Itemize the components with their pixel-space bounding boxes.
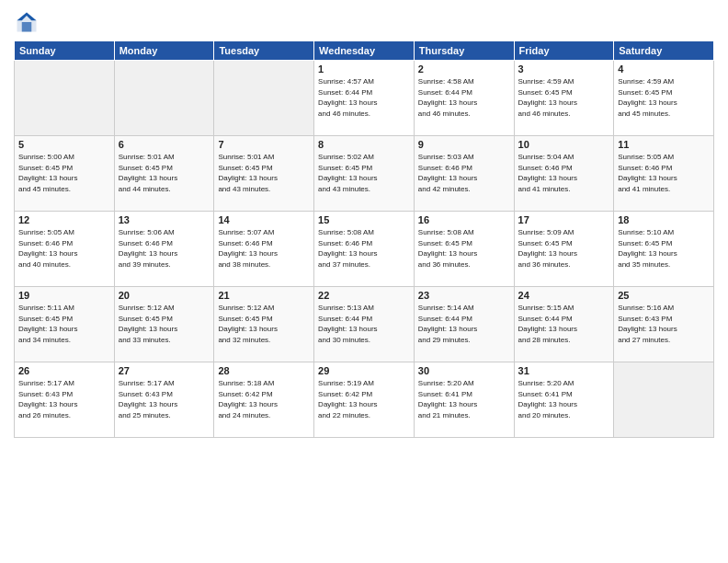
- day-cell: 14Sunrise: 5:07 AM Sunset: 6:46 PM Dayli…: [214, 212, 314, 287]
- day-cell: [614, 362, 714, 438]
- day-cell: 7Sunrise: 5:01 AM Sunset: 6:45 PM Daylig…: [214, 136, 314, 212]
- day-info: Sunrise: 5:12 AM Sunset: 6:45 PM Dayligh…: [218, 303, 310, 345]
- col-header-saturday: Saturday: [614, 41, 714, 61]
- svg-rect-2: [22, 22, 32, 32]
- day-cell: [214, 61, 314, 136]
- day-info: Sunrise: 5:08 AM Sunset: 6:46 PM Dayligh…: [318, 227, 410, 270]
- day-info: Sunrise: 4:58 AM Sunset: 6:44 PM Dayligh…: [418, 76, 510, 119]
- day-info: Sunrise: 5:01 AM Sunset: 6:45 PM Dayligh…: [218, 152, 310, 194]
- day-cell: 19Sunrise: 5:11 AM Sunset: 6:45 PM Dayli…: [15, 287, 115, 362]
- day-info: Sunrise: 5:10 AM Sunset: 6:45 PM Dayligh…: [618, 227, 710, 270]
- day-cell: [114, 61, 214, 136]
- day-info: Sunrise: 5:00 AM Sunset: 6:45 PM Dayligh…: [18, 152, 110, 194]
- day-cell: 13Sunrise: 5:06 AM Sunset: 6:46 PM Dayli…: [114, 212, 214, 287]
- day-cell: 15Sunrise: 5:08 AM Sunset: 6:46 PM Dayli…: [314, 212, 415, 287]
- day-cell: 9Sunrise: 5:03 AM Sunset: 6:46 PM Daylig…: [414, 136, 514, 212]
- day-number: 16: [418, 214, 510, 225]
- day-number: 3: [518, 63, 610, 75]
- day-number: 5: [18, 139, 110, 150]
- week-row-1: 1Sunrise: 4:57 AM Sunset: 6:44 PM Daylig…: [15, 61, 714, 136]
- logo: [14, 9, 43, 35]
- day-info: Sunrise: 5:03 AM Sunset: 6:46 PM Dayligh…: [418, 152, 510, 194]
- day-info: Sunrise: 5:11 AM Sunset: 6:45 PM Dayligh…: [18, 303, 110, 345]
- day-number: 31: [518, 365, 610, 376]
- day-info: Sunrise: 4:59 AM Sunset: 6:45 PM Dayligh…: [518, 76, 610, 119]
- day-cell: 6Sunrise: 5:01 AM Sunset: 6:45 PM Daylig…: [114, 136, 214, 212]
- day-info: Sunrise: 5:16 AM Sunset: 6:43 PM Dayligh…: [618, 303, 710, 345]
- day-info: Sunrise: 5:20 AM Sunset: 6:41 PM Dayligh…: [418, 378, 510, 420]
- col-header-monday: Monday: [114, 41, 214, 61]
- col-header-friday: Friday: [514, 41, 614, 61]
- day-number: 8: [318, 139, 410, 150]
- day-cell: 1Sunrise: 4:57 AM Sunset: 6:44 PM Daylig…: [314, 61, 415, 136]
- calendar-table: SundayMondayTuesdayWednesdayThursdayFrid…: [14, 40, 714, 438]
- day-info: Sunrise: 5:05 AM Sunset: 6:46 PM Dayligh…: [18, 227, 110, 270]
- day-number: 11: [618, 139, 710, 150]
- day-cell: 30Sunrise: 5:20 AM Sunset: 6:41 PM Dayli…: [414, 362, 514, 438]
- day-cell: 17Sunrise: 5:09 AM Sunset: 6:45 PM Dayli…: [514, 212, 614, 287]
- day-number: 17: [518, 214, 610, 225]
- day-info: Sunrise: 5:01 AM Sunset: 6:45 PM Dayligh…: [119, 152, 210, 194]
- week-row-5: 26Sunrise: 5:17 AM Sunset: 6:43 PM Dayli…: [15, 362, 714, 438]
- day-cell: 23Sunrise: 5:14 AM Sunset: 6:44 PM Dayli…: [414, 287, 514, 362]
- day-number: 19: [18, 290, 110, 301]
- day-number: 27: [119, 365, 210, 376]
- day-number: 4: [618, 63, 710, 75]
- day-info: Sunrise: 5:06 AM Sunset: 6:46 PM Dayligh…: [119, 227, 210, 270]
- day-info: Sunrise: 5:04 AM Sunset: 6:46 PM Dayligh…: [518, 152, 610, 194]
- day-cell: 26Sunrise: 5:17 AM Sunset: 6:43 PM Dayli…: [15, 362, 115, 438]
- header-row: SundayMondayTuesdayWednesdayThursdayFrid…: [15, 41, 714, 61]
- col-header-tuesday: Tuesday: [214, 41, 314, 61]
- day-number: 2: [418, 63, 510, 75]
- day-number: 12: [18, 214, 110, 225]
- day-cell: 16Sunrise: 5:08 AM Sunset: 6:45 PM Dayli…: [414, 212, 514, 287]
- day-number: 14: [218, 214, 310, 225]
- day-number: 29: [318, 365, 410, 376]
- day-cell: 2Sunrise: 4:58 AM Sunset: 6:44 PM Daylig…: [414, 61, 514, 136]
- day-number: 7: [218, 139, 310, 150]
- week-row-4: 19Sunrise: 5:11 AM Sunset: 6:45 PM Dayli…: [15, 287, 714, 362]
- day-cell: 18Sunrise: 5:10 AM Sunset: 6:45 PM Dayli…: [614, 212, 714, 287]
- day-info: Sunrise: 5:07 AM Sunset: 6:46 PM Dayligh…: [218, 227, 310, 270]
- day-info: Sunrise: 5:12 AM Sunset: 6:45 PM Dayligh…: [119, 303, 210, 345]
- day-number: 15: [318, 214, 410, 225]
- day-cell: 28Sunrise: 5:18 AM Sunset: 6:42 PM Dayli…: [214, 362, 314, 438]
- day-info: Sunrise: 4:57 AM Sunset: 6:44 PM Dayligh…: [318, 76, 410, 119]
- day-cell: [15, 61, 115, 136]
- day-number: 22: [318, 290, 410, 301]
- day-number: 23: [418, 290, 510, 301]
- day-number: 20: [119, 290, 210, 301]
- day-number: 6: [119, 139, 210, 150]
- day-cell: 20Sunrise: 5:12 AM Sunset: 6:45 PM Dayli…: [114, 287, 214, 362]
- day-info: Sunrise: 5:17 AM Sunset: 6:43 PM Dayligh…: [119, 378, 210, 420]
- day-cell: 12Sunrise: 5:05 AM Sunset: 6:46 PM Dayli…: [15, 212, 115, 287]
- day-number: 9: [418, 139, 510, 150]
- day-info: Sunrise: 5:17 AM Sunset: 6:43 PM Dayligh…: [18, 378, 110, 420]
- day-cell: 27Sunrise: 5:17 AM Sunset: 6:43 PM Dayli…: [114, 362, 214, 438]
- day-number: 21: [218, 290, 310, 301]
- day-number: 1: [318, 63, 410, 75]
- day-number: 26: [18, 365, 110, 376]
- day-cell: 10Sunrise: 5:04 AM Sunset: 6:46 PM Dayli…: [514, 136, 614, 212]
- header: [14, 9, 714, 35]
- day-number: 30: [418, 365, 510, 376]
- logo-icon: [14, 9, 40, 35]
- day-info: Sunrise: 5:13 AM Sunset: 6:44 PM Dayligh…: [318, 303, 410, 345]
- day-info: Sunrise: 5:18 AM Sunset: 6:42 PM Dayligh…: [218, 378, 310, 420]
- day-cell: 25Sunrise: 5:16 AM Sunset: 6:43 PM Dayli…: [614, 287, 714, 362]
- day-cell: 4Sunrise: 4:59 AM Sunset: 6:45 PM Daylig…: [614, 61, 714, 136]
- day-cell: 31Sunrise: 5:20 AM Sunset: 6:41 PM Dayli…: [514, 362, 614, 438]
- day-info: Sunrise: 5:20 AM Sunset: 6:41 PM Dayligh…: [518, 378, 610, 420]
- day-cell: 22Sunrise: 5:13 AM Sunset: 6:44 PM Dayli…: [314, 287, 415, 362]
- week-row-3: 12Sunrise: 5:05 AM Sunset: 6:46 PM Dayli…: [15, 212, 714, 287]
- day-info: Sunrise: 5:08 AM Sunset: 6:45 PM Dayligh…: [418, 227, 510, 270]
- day-cell: 8Sunrise: 5:02 AM Sunset: 6:45 PM Daylig…: [314, 136, 415, 212]
- day-number: 13: [119, 214, 210, 225]
- day-info: Sunrise: 5:09 AM Sunset: 6:45 PM Dayligh…: [518, 227, 610, 270]
- col-header-sunday: Sunday: [15, 41, 115, 61]
- day-number: 28: [218, 365, 310, 376]
- day-number: 24: [518, 290, 610, 301]
- day-number: 18: [618, 214, 710, 225]
- week-row-2: 5Sunrise: 5:00 AM Sunset: 6:45 PM Daylig…: [15, 136, 714, 212]
- day-cell: 5Sunrise: 5:00 AM Sunset: 6:45 PM Daylig…: [15, 136, 115, 212]
